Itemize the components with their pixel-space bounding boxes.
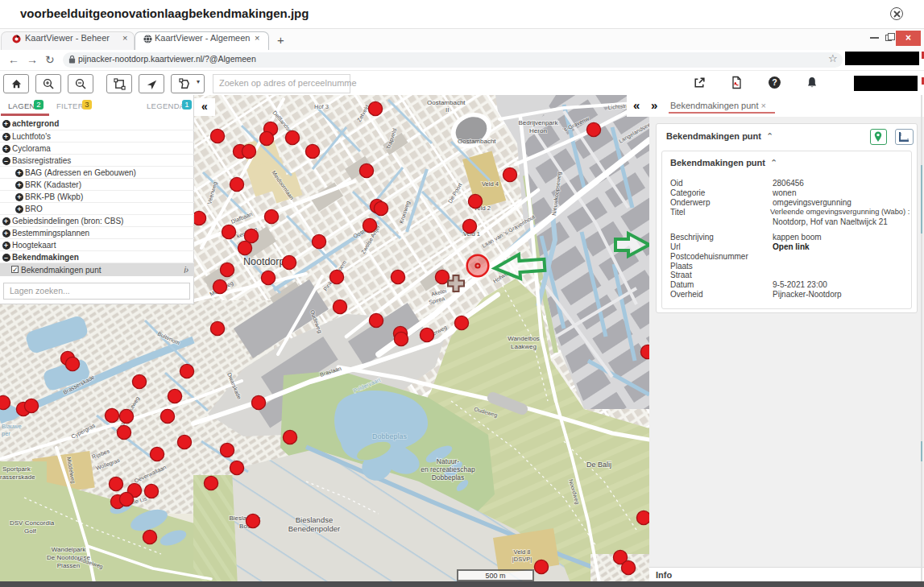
svg-text:Sportpark: Sportpark	[2, 465, 31, 473]
svg-text:Golf: Golf	[24, 527, 36, 535]
svg-text:|DSVP|: |DSVP|	[512, 556, 532, 563]
svg-text:per: per	[2, 430, 10, 437]
svg-text:500 m: 500 m	[485, 572, 505, 580]
svg-text:Heron: Heron	[529, 127, 547, 134]
svg-text:Dobbeplas: Dobbeplas	[372, 432, 408, 440]
svg-text:Plassen: Plassen	[57, 562, 80, 569]
svg-text:Natuur-: Natuur-	[437, 457, 460, 465]
svg-text:Bedrijvenpark: Bedrijvenpark	[519, 119, 559, 126]
svg-text:Blauwe: Blauwe	[2, 423, 22, 430]
svg-text:DSV Concordia: DSV Concordia	[10, 519, 55, 527]
svg-text:Oostambacht: Oostambacht	[458, 138, 496, 145]
svg-text:rasserskade: rasserskade	[0, 473, 35, 481]
svg-text:Laakweg: Laakweg	[511, 343, 537, 350]
svg-text:en recreatieschap: en recreatieschap	[421, 465, 475, 473]
svg-text:Bieslandse: Bieslandse	[296, 515, 333, 524]
svg-text:Wandelpark: Wandelpark	[52, 546, 86, 553]
svg-text:Oostambacht: Oostambacht	[427, 99, 466, 106]
svg-text:?: ?	[772, 77, 777, 87]
svg-text:Veld 4: Veld 4	[482, 180, 499, 188]
svg-text:II: II	[445, 106, 449, 114]
svg-text:Veld 8: Veld 8	[514, 548, 531, 556]
svg-text:Dobbeplas: Dobbeplas	[432, 473, 465, 482]
svg-text:Nootdorp: Nootdorp	[243, 256, 284, 267]
svg-text:De Balij: De Balij	[586, 461, 611, 469]
svg-text:Wandelbos: Wandelbos	[508, 335, 540, 342]
svg-text:Benedenpolder: Benedenpolder	[288, 524, 340, 533]
svg-text:Hof 3: Hof 3	[314, 103, 329, 110]
